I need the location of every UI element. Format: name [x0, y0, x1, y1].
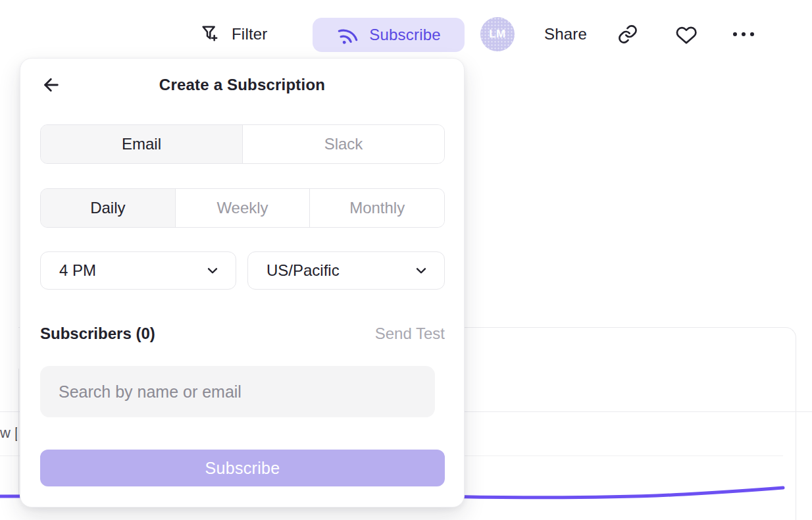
copy-link-button[interactable] — [613, 20, 642, 49]
avatar-initials: LM — [489, 28, 506, 41]
rss-subscribe-icon — [336, 23, 360, 47]
subscribe-submit-button[interactable]: Subscribe — [40, 450, 445, 486]
create-subscription-modal: Create a Subscription Email Slack Daily … — [20, 58, 465, 507]
time-select[interactable]: 4 PM — [40, 251, 236, 290]
background-table-border — [18, 369, 19, 498]
tab-weekly[interactable]: Weekly — [175, 189, 310, 227]
more-options-button[interactable] — [729, 20, 758, 49]
ellipsis-icon — [750, 32, 754, 36]
filter-button[interactable]: Filter — [199, 20, 268, 49]
timezone-select-value: US/Pacific — [266, 261, 340, 280]
modal-header: Create a Subscription — [20, 59, 464, 109]
tab-email[interactable]: Email — [41, 125, 242, 163]
subscribe-toolbar-button[interactable]: Subscribe — [313, 18, 465, 52]
time-select-value: 4 PM — [59, 261, 96, 280]
subscribers-count-label: Subscribers (0) — [40, 325, 155, 343]
ellipsis-icon — [742, 32, 746, 36]
subscribe-toolbar-label: Subscribe — [369, 26, 441, 44]
subscribers-row: Subscribers (0) Send Test — [40, 325, 445, 343]
timezone-select[interactable]: US/Pacific — [247, 251, 445, 290]
heart-icon — [675, 23, 698, 45]
send-test-link[interactable]: Send Test — [375, 325, 445, 343]
page: w [ Filter Subscribe — [0, 0, 812, 520]
filter-label: Filter — [232, 25, 268, 43]
avatar[interactable]: LM — [480, 17, 515, 51]
favorite-button[interactable] — [672, 20, 701, 49]
chevron-down-icon — [413, 262, 430, 279]
subscriber-search-input[interactable] — [40, 366, 435, 417]
link-icon — [617, 24, 638, 45]
modal-title: Create a Subscription — [20, 76, 464, 94]
filter-plus-icon — [199, 23, 222, 45]
share-button[interactable]: Share — [544, 20, 587, 49]
background-partial-row-label: w [ — [0, 425, 17, 442]
frequency-tabs: Daily Weekly Monthly — [40, 188, 445, 228]
share-label: Share — [544, 25, 587, 43]
channel-tabs: Email Slack — [40, 124, 445, 164]
ellipsis-icon — [733, 32, 737, 36]
tab-monthly[interactable]: Monthly — [309, 189, 444, 227]
tab-slack[interactable]: Slack — [242, 125, 444, 163]
chevron-down-icon — [204, 262, 221, 279]
tab-daily[interactable]: Daily — [41, 189, 175, 227]
